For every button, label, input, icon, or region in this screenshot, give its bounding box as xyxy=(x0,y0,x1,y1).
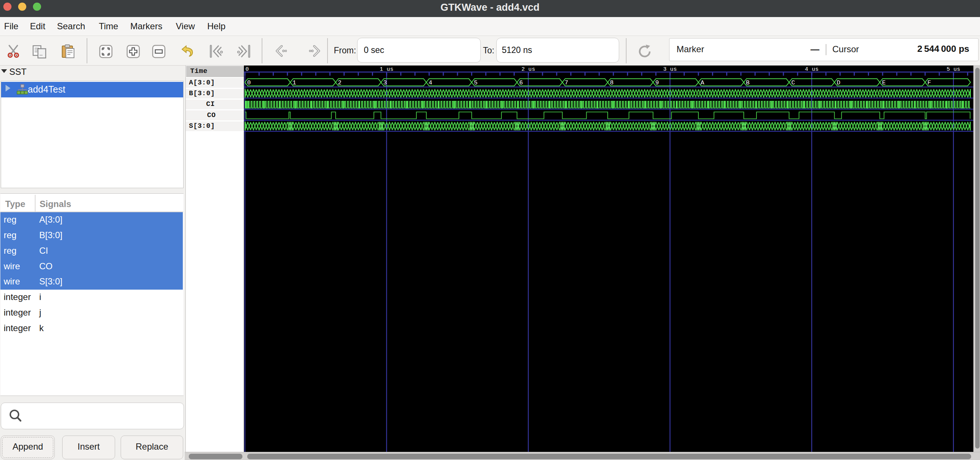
svg-text:E: E xyxy=(882,79,886,86)
svg-text:9: 9 xyxy=(655,79,659,86)
svg-text:3 us: 3 us xyxy=(663,66,677,73)
svg-text:2 us: 2 us xyxy=(522,66,535,73)
svg-text:4 us: 4 us xyxy=(805,66,819,73)
svg-text:2: 2 xyxy=(338,79,342,86)
svg-text:F: F xyxy=(928,79,931,86)
svg-text:D: D xyxy=(837,79,840,86)
svg-text:7: 7 xyxy=(565,79,568,86)
svg-text:B: B xyxy=(746,79,750,86)
svg-text:1: 1 xyxy=(293,79,296,86)
svg-text:8: 8 xyxy=(610,79,614,86)
svg-text:1 us: 1 us xyxy=(380,66,393,73)
svg-text:5: 5 xyxy=(474,79,477,86)
svg-text:A: A xyxy=(701,79,704,86)
svg-text:3: 3 xyxy=(383,79,387,86)
svg-text:C: C xyxy=(791,79,795,86)
svg-text:0: 0 xyxy=(245,66,249,73)
svg-text:6: 6 xyxy=(519,79,523,86)
svg-text:4: 4 xyxy=(429,79,432,86)
svg-text:0: 0 xyxy=(247,79,251,86)
svg-text:5 us: 5 us xyxy=(947,66,960,73)
